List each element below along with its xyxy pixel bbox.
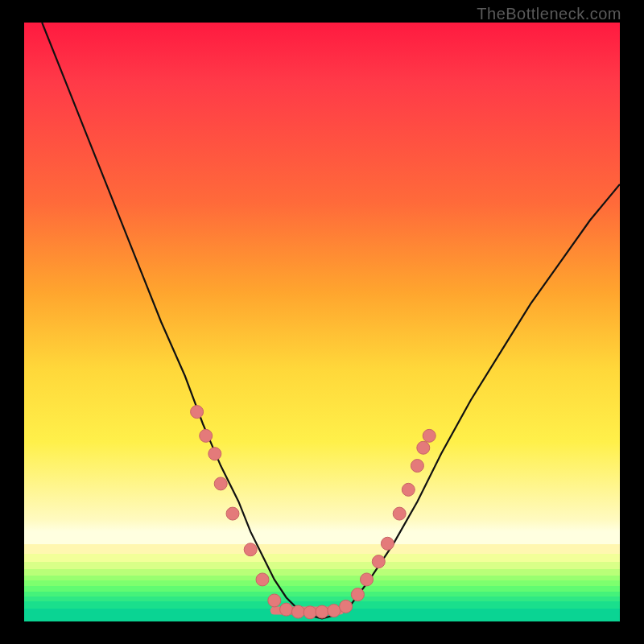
- data-marker: [268, 594, 281, 607]
- data-marker: [328, 605, 341, 617]
- bottleneck-curve: [42, 23, 620, 618]
- data-marker: [372, 555, 385, 568]
- data-marker: [208, 448, 221, 460]
- data-marker: [411, 460, 423, 473]
- plot-area: [24, 23, 620, 621]
- data-marker: [340, 600, 353, 613]
- data-marker: [393, 507, 406, 520]
- data-marker: [280, 603, 293, 616]
- data-marker: [200, 429, 213, 442]
- attribution-watermark: TheBottleneck.com: [477, 5, 621, 23]
- chart-svg: [24, 23, 620, 621]
- data-marker: [402, 483, 415, 496]
- data-marker: [214, 477, 227, 490]
- data-marker: [226, 507, 239, 520]
- data-marker: [423, 429, 436, 442]
- data-marker: [417, 441, 430, 454]
- data-marker: [191, 406, 204, 419]
- chart-frame: TheBottleneck.com: [0, 0, 644, 644]
- data-marker: [316, 605, 328, 618]
- data-marker: [351, 588, 364, 601]
- data-marker: [244, 543, 257, 556]
- data-marker: [381, 537, 394, 550]
- data-marker: [361, 573, 374, 586]
- data-marker: [303, 606, 316, 619]
- data-markers: [191, 406, 436, 619]
- data-marker: [291, 605, 304, 618]
- data-marker: [256, 573, 269, 586]
